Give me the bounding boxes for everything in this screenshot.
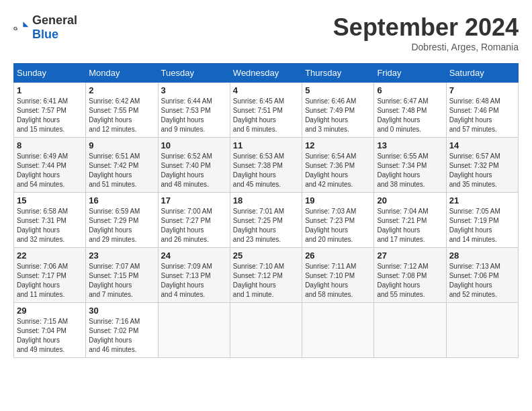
calendar-week-1: 1 Sunrise: 6:41 AMSunset: 7:57 PMDayligh… bbox=[14, 83, 519, 138]
table-row: 23 Sunrise: 7:07 AMSunset: 7:15 PMDaylig… bbox=[86, 248, 158, 303]
table-row: 7 Sunrise: 6:48 AMSunset: 7:46 PMDayligh… bbox=[446, 83, 518, 138]
day-info: Sunrise: 6:57 AMSunset: 7:32 PMDaylight … bbox=[449, 152, 515, 189]
table-row bbox=[158, 303, 230, 358]
calendar-week-4: 22 Sunrise: 7:06 AMSunset: 7:17 PMDaylig… bbox=[14, 248, 519, 303]
day-number: 25 bbox=[233, 250, 299, 261]
table-row: 13 Sunrise: 6:55 AMSunset: 7:34 PMDaylig… bbox=[374, 138, 446, 193]
table-row bbox=[302, 303, 374, 358]
day-info: Sunrise: 7:12 AMSunset: 7:08 PMDaylight … bbox=[377, 262, 443, 300]
table-row: 12 Sunrise: 6:54 AMSunset: 7:36 PMDaylig… bbox=[302, 138, 374, 193]
table-row: 6 Sunrise: 6:47 AMSunset: 7:48 PMDayligh… bbox=[374, 83, 446, 138]
day-info: Sunrise: 6:48 AMSunset: 7:46 PMDaylight … bbox=[449, 97, 515, 134]
header-row: Sunday Monday Tuesday Wednesday Thursday… bbox=[14, 64, 519, 83]
table-row: 18 Sunrise: 7:01 AMSunset: 7:25 PMDaylig… bbox=[230, 193, 302, 248]
col-friday: Friday bbox=[374, 64, 446, 83]
day-info: Sunrise: 7:03 AMSunset: 7:23 PMDaylight … bbox=[305, 207, 371, 244]
table-row: 27 Sunrise: 7:12 AMSunset: 7:08 PMDaylig… bbox=[374, 248, 446, 303]
table-row: 29 Sunrise: 7:15 AMSunset: 7:04 PMDaylig… bbox=[14, 303, 86, 358]
table-row: 2 Sunrise: 6:42 AMSunset: 7:55 PMDayligh… bbox=[86, 83, 158, 138]
day-info: Sunrise: 7:15 AMSunset: 7:04 PMDaylight … bbox=[17, 317, 83, 355]
day-number: 12 bbox=[305, 140, 371, 150]
day-number: 26 bbox=[305, 250, 371, 261]
day-info: Sunrise: 6:47 AMSunset: 7:48 PMDaylight … bbox=[377, 97, 443, 134]
col-monday: Monday bbox=[86, 64, 158, 83]
table-row: 10 Sunrise: 6:52 AMSunset: 7:40 PMDaylig… bbox=[158, 138, 230, 193]
day-info: Sunrise: 6:49 AMSunset: 7:44 PMDaylight … bbox=[17, 152, 83, 189]
table-row: 9 Sunrise: 6:51 AMSunset: 7:42 PMDayligh… bbox=[86, 138, 158, 193]
day-info: Sunrise: 6:54 AMSunset: 7:36 PMDaylight … bbox=[305, 152, 371, 189]
table-row: 26 Sunrise: 7:11 AMSunset: 7:10 PMDaylig… bbox=[302, 248, 374, 303]
day-number: 20 bbox=[377, 195, 443, 205]
title-block: September 2024 Dobresti, Arges, Romania bbox=[333, 13, 519, 52]
day-info: Sunrise: 7:11 AMSunset: 7:10 PMDaylight … bbox=[305, 262, 371, 300]
table-row: 22 Sunrise: 7:06 AMSunset: 7:17 PMDaylig… bbox=[14, 248, 86, 303]
day-info: Sunrise: 6:59 AMSunset: 7:29 PMDaylight … bbox=[89, 207, 154, 244]
day-number: 7 bbox=[449, 85, 515, 95]
calendar-body: 1 Sunrise: 6:41 AMSunset: 7:57 PMDayligh… bbox=[14, 83, 519, 358]
table-row: 14 Sunrise: 6:57 AMSunset: 7:32 PMDaylig… bbox=[446, 138, 518, 193]
col-tuesday: Tuesday bbox=[158, 64, 230, 83]
day-number: 15 bbox=[17, 195, 83, 205]
day-info: Sunrise: 6:44 AMSunset: 7:53 PMDaylight … bbox=[161, 97, 227, 134]
day-number: 11 bbox=[233, 140, 299, 150]
day-number: 23 bbox=[89, 250, 154, 261]
table-row: 4 Sunrise: 6:45 AMSunset: 7:51 PMDayligh… bbox=[230, 83, 302, 138]
col-wednesday: Wednesday bbox=[230, 64, 302, 83]
logo: G General Blue bbox=[13, 13, 77, 42]
table-row: 15 Sunrise: 6:58 AMSunset: 7:31 PMDaylig… bbox=[14, 193, 86, 248]
month-title: September 2024 bbox=[333, 13, 519, 42]
header: G General Blue September 2024 Dobresti, … bbox=[13, 13, 519, 52]
calendar-table: Sunday Monday Tuesday Wednesday Thursday… bbox=[13, 63, 519, 358]
col-sunday: Sunday bbox=[14, 64, 86, 83]
day-number: 18 bbox=[233, 195, 299, 205]
day-number: 28 bbox=[449, 250, 515, 261]
day-info: Sunrise: 6:58 AMSunset: 7:31 PMDaylight … bbox=[17, 207, 83, 244]
day-info: Sunrise: 6:42 AMSunset: 7:55 PMDaylight … bbox=[89, 97, 154, 134]
day-number: 22 bbox=[17, 250, 83, 261]
day-info: Sunrise: 6:46 AMSunset: 7:49 PMDaylight … bbox=[305, 97, 371, 134]
day-number: 8 bbox=[17, 140, 83, 150]
table-row: 8 Sunrise: 6:49 AMSunset: 7:44 PMDayligh… bbox=[14, 138, 86, 193]
col-saturday: Saturday bbox=[446, 64, 518, 83]
table-row bbox=[230, 303, 302, 358]
calendar-header: Sunday Monday Tuesday Wednesday Thursday… bbox=[14, 64, 519, 83]
day-number: 30 bbox=[89, 306, 154, 316]
table-row: 17 Sunrise: 7:00 AMSunset: 7:27 PMDaylig… bbox=[158, 193, 230, 248]
day-info: Sunrise: 7:16 AMSunset: 7:02 PMDaylight … bbox=[89, 317, 154, 355]
day-number: 19 bbox=[305, 195, 371, 205]
day-number: 21 bbox=[449, 195, 515, 205]
table-row: 28 Sunrise: 7:13 AMSunset: 7:06 PMDaylig… bbox=[446, 248, 518, 303]
day-info: Sunrise: 6:51 AMSunset: 7:42 PMDaylight … bbox=[89, 152, 154, 189]
day-number: 16 bbox=[89, 195, 154, 205]
day-number: 17 bbox=[161, 195, 227, 205]
day-number: 10 bbox=[161, 140, 227, 150]
table-row: 3 Sunrise: 6:44 AMSunset: 7:53 PMDayligh… bbox=[158, 83, 230, 138]
logo-general: General bbox=[32, 13, 77, 27]
table-row: 24 Sunrise: 7:09 AMSunset: 7:13 PMDaylig… bbox=[158, 248, 230, 303]
day-number: 2 bbox=[89, 85, 154, 95]
table-row: 20 Sunrise: 7:04 AMSunset: 7:21 PMDaylig… bbox=[374, 193, 446, 248]
table-row: 21 Sunrise: 7:05 AMSunset: 7:19 PMDaylig… bbox=[446, 193, 518, 248]
day-number: 4 bbox=[233, 85, 299, 95]
day-info: Sunrise: 6:52 AMSunset: 7:40 PMDaylight … bbox=[161, 152, 227, 189]
location-subtitle: Dobresti, Arges, Romania bbox=[333, 42, 519, 52]
table-row: 19 Sunrise: 7:03 AMSunset: 7:23 PMDaylig… bbox=[302, 193, 374, 248]
day-info: Sunrise: 7:07 AMSunset: 7:15 PMDaylight … bbox=[89, 262, 154, 300]
day-number: 6 bbox=[377, 85, 443, 95]
day-number: 24 bbox=[161, 250, 227, 261]
table-row bbox=[446, 303, 518, 358]
day-number: 9 bbox=[89, 140, 154, 150]
table-row: 16 Sunrise: 6:59 AMSunset: 7:29 PMDaylig… bbox=[86, 193, 158, 248]
table-row bbox=[374, 303, 446, 358]
day-info: Sunrise: 7:13 AMSunset: 7:06 PMDaylight … bbox=[449, 262, 515, 300]
calendar-week-5: 29 Sunrise: 7:15 AMSunset: 7:04 PMDaylig… bbox=[14, 303, 519, 358]
day-info: Sunrise: 7:09 AMSunset: 7:13 PMDaylight … bbox=[161, 262, 227, 300]
day-info: Sunrise: 7:10 AMSunset: 7:12 PMDaylight … bbox=[233, 262, 299, 300]
table-row: 11 Sunrise: 6:53 AMSunset: 7:38 PMDaylig… bbox=[230, 138, 302, 193]
calendar-week-3: 15 Sunrise: 6:58 AMSunset: 7:31 PMDaylig… bbox=[14, 193, 519, 248]
day-info: Sunrise: 6:45 AMSunset: 7:51 PMDaylight … bbox=[233, 97, 299, 134]
day-info: Sunrise: 7:00 AMSunset: 7:27 PMDaylight … bbox=[161, 207, 227, 244]
table-row: 1 Sunrise: 6:41 AMSunset: 7:57 PMDayligh… bbox=[14, 83, 86, 138]
svg-marker-1 bbox=[23, 21, 28, 27]
day-info: Sunrise: 7:04 AMSunset: 7:21 PMDaylight … bbox=[377, 207, 443, 244]
